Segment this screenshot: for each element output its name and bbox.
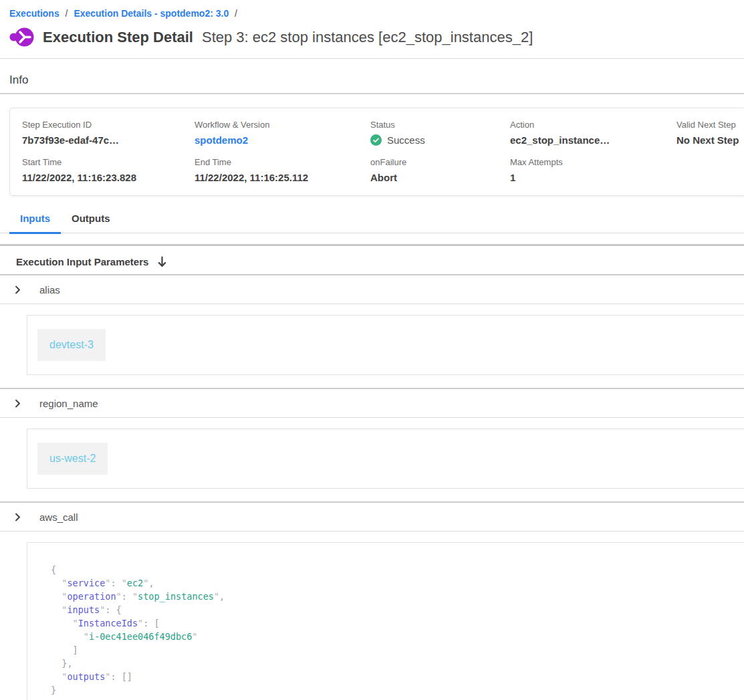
breadcrumb-link-execution-details[interactable]: Execution Details - spotdemo2: 3.0 [74,8,229,19]
field-workflow-version: Workflow & Version spotdemo2 [195,120,370,146]
chevron-right-icon [13,399,22,408]
divider [0,417,744,418]
region-name-value-panel: us-west-2 [27,429,744,489]
section-label: region_name [39,398,98,409]
info-section-heading: Info [9,74,744,87]
divider [0,58,744,59]
field-onfailure: onFailure Abort [370,157,510,183]
workflow-link[interactable]: spotdemo2 [195,134,248,146]
aws-call-value-panel: { "service": "ec2", "operation": "stop_i… [27,542,744,700]
page-subtitle: Step 3: ec2 stop instances [ec2_stop_ins… [202,29,533,46]
breadcrumb-link-executions[interactable]: Executions [9,8,59,19]
section-label: alias [39,284,60,296]
success-check-icon [370,134,382,146]
section-header-alias[interactable]: alias [0,275,744,304]
region-name-value-chip: us-west-2 [37,443,108,475]
field-start-time: Start Time 11/22/2022, 11:16:23.828 [22,157,195,183]
tab-bar: Inputs Outputs [0,213,744,233]
page-title: Execution Step Detail [43,29,193,46]
chevron-right-icon [13,285,22,294]
page-header: Execution Step Detail Step 3: ec2 stop i… [9,27,744,47]
field-valid-next-step: Valid Next Step No Next Step [676,120,744,146]
aws-call-json-code: { "service": "ec2", "operation": "stop_i… [51,563,744,697]
field-max-attempts: Max Attempts 1 [510,157,676,183]
breadcrumb-separator: / [66,8,68,19]
app-logo-icon [9,27,34,47]
section-header-aws-call[interactable]: aws_call [0,503,744,531]
field-status: Status Success [370,120,510,146]
field-step-execution-id: Step Execution ID 7b73f93e-edaf-47c… [22,120,195,146]
breadcrumb-separator: / [235,8,237,19]
breadcrumb: Executions / Execution Details - spotdem… [0,0,744,19]
section-header-region-name[interactable]: region_name [0,389,744,417]
tab-inputs[interactable]: Inputs [9,213,61,233]
arrow-down-icon[interactable] [157,256,167,267]
field-end-time: End Time 11/22/2022, 11:16:25.112 [195,157,370,183]
status-badge: Success [387,134,425,146]
divider [0,93,744,94]
divider [0,304,744,304]
alias-value-panel: devtest-3 [27,315,744,375]
field-action: Action ec2_stop_instance… [510,120,676,146]
divider [0,531,744,532]
execution-input-parameters-header: Execution Input Parameters [16,256,744,267]
divider [0,244,744,246]
step-info-card: Step Execution ID 7b73f93e-edaf-47c… Wor… [9,108,744,196]
alias-value-chip: devtest-3 [37,329,106,361]
chevron-right-icon [13,513,22,521]
section-label: aws_call [39,511,78,523]
tab-outputs[interactable]: Outputs [61,213,121,233]
params-header-label: Execution Input Parameters [16,256,148,267]
